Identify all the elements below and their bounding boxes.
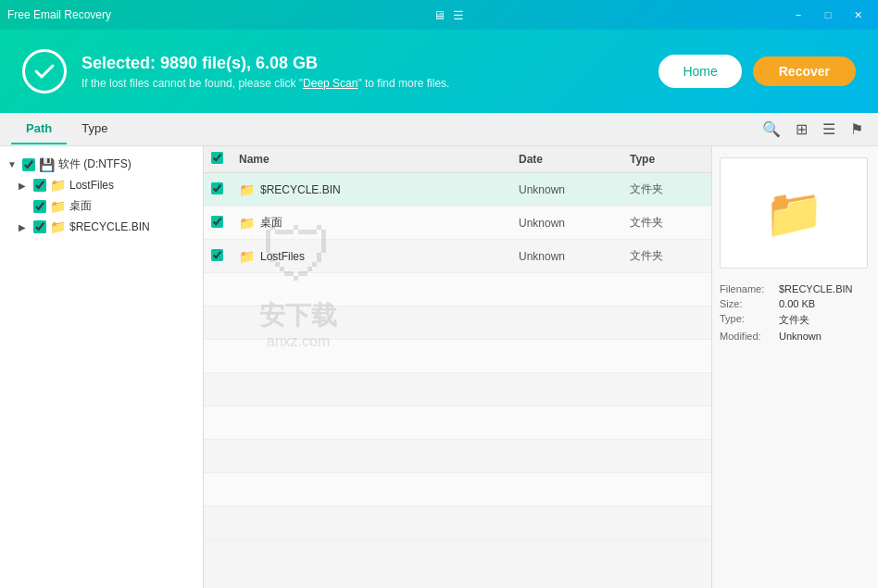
monitor-icon[interactable]: 🖥 xyxy=(433,8,445,22)
file-row[interactable]: 📁 $RECYCLE.BIN Unknown 文件夹 xyxy=(204,173,711,206)
tree-arrow-root: ▼ xyxy=(7,159,19,169)
preview-panel: 📁 Filename: $RECYCLE.BIN Size: 0.00 KB T… xyxy=(711,146,878,588)
header-buttons: Home Recover xyxy=(658,55,856,88)
titlebar: Free Email Recovery 🖥 ☰ − □ ✕ xyxy=(0,0,878,30)
file-list-panel: Name Date Type 📁 $RECYCLE.BIN xyxy=(204,146,711,588)
tree-label-desktop: 桌面 xyxy=(69,198,92,214)
list-view-icon[interactable]: ☰ xyxy=(819,119,839,140)
file-date-2: Unknown xyxy=(519,217,630,230)
select-all-checkbox[interactable] xyxy=(211,152,223,164)
modified-label: Modified: xyxy=(720,331,775,342)
folder-icon-1: 📁 xyxy=(239,182,255,197)
size-label: Size: xyxy=(720,298,775,309)
minimize-button[interactable]: − xyxy=(785,6,811,24)
body-area: ▼ 💾 软件 (D:NTFS) ▶ 📁 LostFiles 📁 桌面 xyxy=(0,146,878,588)
toolbar-icons: 🔍 ⊞ ☰ ⚑ xyxy=(759,119,867,140)
preview-type-row: Type: 文件夹 xyxy=(720,313,871,327)
tree-item-desktop[interactable]: 📁 桌面 xyxy=(4,195,199,217)
preview-info: Filename: $RECYCLE.BIN Size: 0.00 KB Typ… xyxy=(720,283,871,345)
main-content: Path Type 🔍 ⊞ ☰ ⚑ ▼ 💾 软件 (D:NTFS) ▶ 📁 xyxy=(0,113,878,588)
tree-item-recycle[interactable]: ▶ 📁 $RECYCLE.BIN xyxy=(4,217,199,237)
file-type-3: 文件夹 xyxy=(630,248,704,264)
tree-arrow-desktop xyxy=(19,201,30,211)
tab-type[interactable]: Type xyxy=(67,114,122,144)
tabs: Path Type xyxy=(11,114,122,144)
grid-view-icon[interactable]: ⊞ xyxy=(792,119,811,140)
app-title: Free Email Recovery xyxy=(7,8,111,21)
folder-icon-recycle: 📁 xyxy=(50,219,66,234)
size-value: 0.00 KB xyxy=(779,298,815,309)
row-checkbox-2[interactable] xyxy=(211,216,239,231)
file-row[interactable]: 📁 LostFiles Unknown 文件夹 xyxy=(204,240,711,273)
file-row-empty xyxy=(204,507,711,540)
folder-icon-lostfiles: 📁 xyxy=(50,178,66,193)
header-info: Selected: 9890 file(s), 6.08 GB If the l… xyxy=(82,54,449,90)
tree-item-root[interactable]: ▼ 💾 软件 (D:NTFS) xyxy=(4,154,199,175)
preview-folder-icon: 📁 xyxy=(764,185,824,242)
file-row-empty xyxy=(204,407,711,440)
close-button[interactable]: ✕ xyxy=(845,6,871,24)
tree-item-lostfiles[interactable]: ▶ 📁 LostFiles xyxy=(4,175,199,195)
tree-label-root: 软件 (D:NTFS) xyxy=(58,156,132,172)
row-checkbox-3[interactable] xyxy=(211,249,239,264)
col-date-header: Date xyxy=(519,153,630,166)
col-name-header: Name xyxy=(239,153,519,166)
filename-label: Filename: xyxy=(720,283,775,294)
tree-label-lostfiles: LostFiles xyxy=(69,179,114,192)
check-circle-icon xyxy=(22,49,67,94)
tree-checkbox-recycle[interactable] xyxy=(33,220,46,233)
search-icon[interactable]: 🔍 xyxy=(759,119,784,140)
menu-icon[interactable]: ☰ xyxy=(453,8,464,22)
selected-count: Selected: 9890 file(s), 6.08 GB xyxy=(82,54,449,73)
drive-icon: 💾 xyxy=(39,157,55,172)
file-row-empty xyxy=(204,440,711,473)
file-row-empty xyxy=(204,340,711,373)
hint-text: If the lost files cannot be found, pleas… xyxy=(82,77,449,90)
preview-size-row: Size: 0.00 KB xyxy=(720,298,871,309)
file-type-2: 文件夹 xyxy=(630,215,704,231)
file-date-3: Unknown xyxy=(519,250,630,263)
tree-label-recycle: $RECYCLE.BIN xyxy=(69,220,150,233)
tree-arrow-recycle: ▶ xyxy=(19,222,30,232)
recover-button[interactable]: Recover xyxy=(753,56,856,86)
home-button[interactable]: Home xyxy=(658,55,741,88)
file-name-3: 📁 LostFiles xyxy=(239,249,519,264)
col-type-header: Type xyxy=(630,153,704,166)
row-checkbox-1[interactable] xyxy=(211,182,239,197)
file-row[interactable]: 📁 桌面 Unknown 文件夹 xyxy=(204,206,711,240)
file-name-1: 📁 $RECYCLE.BIN xyxy=(239,182,519,197)
flag-icon[interactable]: ⚑ xyxy=(847,119,867,140)
tree-arrow-lostfiles: ▶ xyxy=(19,181,30,191)
preview-image: 📁 xyxy=(720,157,868,269)
folder-icon-desktop: 📁 xyxy=(50,199,66,214)
right-area: Name Date Type 📁 $RECYCLE.BIN xyxy=(204,146,878,588)
col-check-header xyxy=(211,152,239,167)
file-row-empty xyxy=(204,307,711,340)
tree-checkbox-lostfiles[interactable] xyxy=(33,179,46,192)
type-label: Type: xyxy=(720,313,775,327)
file-row-empty xyxy=(204,473,711,507)
file-list-body: 📁 $RECYCLE.BIN Unknown 文件夹 📁 桌面 xyxy=(204,173,711,588)
preview-filename-row: Filename: $RECYCLE.BIN xyxy=(720,283,871,294)
file-date-1: Unknown xyxy=(519,183,630,196)
maximize-button[interactable]: □ xyxy=(815,6,841,24)
tab-path[interactable]: Path xyxy=(11,114,67,144)
file-row-empty xyxy=(204,373,711,407)
file-type-1: 文件夹 xyxy=(630,181,704,197)
folder-icon-2: 📁 xyxy=(239,216,255,231)
tree-checkbox-root[interactable] xyxy=(22,158,35,171)
window-controls: − □ ✕ xyxy=(785,6,871,24)
modified-value: Unknown xyxy=(779,331,822,342)
tree-panel: ▼ 💾 软件 (D:NTFS) ▶ 📁 LostFiles 📁 桌面 xyxy=(0,146,204,588)
header-banner: Selected: 9890 file(s), 6.08 GB If the l… xyxy=(0,30,878,113)
file-list-header: Name Date Type xyxy=(204,146,711,173)
tabs-toolbar: Path Type 🔍 ⊞ ☰ ⚑ xyxy=(0,113,878,146)
titlebar-extra-icons: 🖥 ☰ xyxy=(433,8,464,22)
file-name-2: 📁 桌面 xyxy=(239,215,519,231)
deep-scan-link[interactable]: Deep Scan xyxy=(303,77,357,90)
preview-modified-row: Modified: Unknown xyxy=(720,331,871,342)
folder-icon-3: 📁 xyxy=(239,249,255,264)
header-left: Selected: 9890 file(s), 6.08 GB If the l… xyxy=(22,49,449,94)
tree-checkbox-desktop[interactable] xyxy=(33,200,46,213)
type-value: 文件夹 xyxy=(779,313,809,327)
